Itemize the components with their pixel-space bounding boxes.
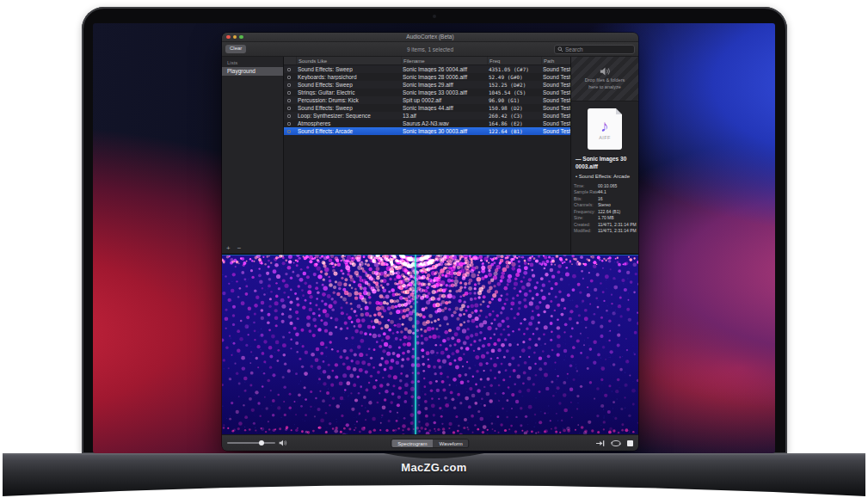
desktop-wallpaper: AudioCortex (Beta) Clear 9 items, 1 sele… [93,23,775,453]
selected-file-tag: • Sound Effects: Arcade [576,174,634,179]
loop-icon[interactable] [610,439,622,447]
cell-freq: 260.42 (C3) [487,113,541,119]
column-checkbox[interactable] [284,57,296,65]
table-row[interactable]: Strings: Guitar: Electric Sonic Images 3… [284,89,570,96]
cell-freq: 52.49 (G#0) [487,74,541,80]
table-row[interactable]: Atmospheres Saurus A2-N3.wav 164.86 (E2)… [284,120,570,127]
meta-label: Size: [574,215,598,220]
meta-label: Channels: [574,202,598,207]
meta-value: Stereo [598,202,637,207]
results-table: Sounds Like Filename Freq Path Sound Eff… [284,57,570,254]
row-checkbox[interactable] [287,99,291,102]
cell-path: Sound Test - [541,82,570,88]
row-checkbox[interactable] [287,76,291,79]
volume-slider[interactable] [227,442,275,444]
table-header: Sounds Like Filename Freq Path [284,57,570,65]
cell-sounds-like: Loop: Synthesizer: Sequence [296,113,401,119]
remove-list-button[interactable]: − [237,245,242,252]
minimize-button[interactable] [233,35,237,40]
meta-value: 16 [598,196,637,201]
row-checkbox[interactable] [287,91,291,95]
inspector-panel: Drop files & folders here to analyze ♪ A… [570,57,638,254]
metadata-list: Time: 00:10.065 Sample Rate: 44.1 Bits: … [574,183,636,234]
cell-path: Sound Test - [541,97,570,103]
window-titlebar[interactable]: AudioCortex (Beta) [222,33,638,42]
cell-path: Sound Test - [541,74,570,80]
dropzone-text: Drop files & folders here to analyze [585,77,625,90]
row-checkbox[interactable] [287,130,291,133]
cell-path: Sound Test - [541,120,570,126]
cell-path: Sound Test - [541,128,570,134]
search-field[interactable] [554,45,635,54]
sidebar-header: Lists [222,57,283,67]
meta-label: Frequency: [574,209,598,214]
table-row[interactable]: Sound Effects: Sweep Sonic Images 26 000… [284,65,570,73]
zoom-button[interactable] [239,35,243,40]
table-row[interactable]: Keyboards: harpsichord Sonic Images 28 0… [284,73,570,81]
row-checkbox[interactable] [287,107,291,110]
aiff-file-icon: ♪ AIFF [588,108,622,150]
cell-sounds-like: Percussion: Drums: Kick [296,97,401,103]
dropzone[interactable]: Drop files & folders here to analyze [571,57,638,101]
cell-path: Sound Test - [541,89,570,95]
close-button[interactable] [226,35,231,40]
cell-sounds-like: Sound Effects: Sweep [296,82,401,88]
meta-value: 44.1 [598,189,637,194]
cell-sounds-like: Strings: Guitar: Electric [296,89,401,95]
laptop-lid: AudioCortex (Beta) Clear 9 items, 1 sele… [82,7,787,454]
table-row[interactable]: Percussion: Drums: Kick Spit up 0002.aif… [284,96,570,104]
meta-value: 122.64 (B1) [598,209,637,214]
cell-path: Sound Test - [541,113,570,119]
row-checkbox[interactable] [287,114,291,118]
window-toolbar: Clear 9 items, 1 selected [222,42,638,57]
player-bar: Spectrogram Waveform [222,434,638,451]
volume-icon [279,439,287,446]
volume-control[interactable] [227,439,287,446]
meta-label: Modified: [574,228,598,233]
spectrogram-canvas[interactable] [222,255,638,435]
cell-filename: Sonic Images 33 0003.aiff [401,89,487,95]
meta-value: 11/4/71, 2:31:14 PM [598,222,637,227]
stop-button[interactable] [627,440,633,446]
cell-filename: Sonic Images 26 0004.aiff [401,66,487,72]
webcam-icon [433,15,436,18]
table-row[interactable]: Loop: Synthesizer: Sequence 13.aif 260.4… [284,112,570,120]
table-row-selected[interactable]: Sound Effects: Arcade Sonic Images 30 00… [284,127,570,135]
table-row[interactable]: Sound Effects: Sweep Sonic Images 44.aif… [284,104,570,112]
app-window: AudioCortex (Beta) Clear 9 items, 1 sele… [222,33,638,451]
clear-button[interactable]: Clear [225,45,246,53]
cell-sounds-like: Sound Effects: Sweep [296,105,401,111]
meta-value: 00:10.065 [598,183,637,188]
cell-filename: 13.aif [401,113,487,119]
volume-thumb[interactable] [259,440,264,446]
cell-sounds-like: Keyboards: harpsichord [296,74,401,80]
meta-label: Bits: [574,196,598,201]
transport-controls [595,439,633,447]
cell-filename: Sonic Images 28 0006.aiff [401,74,487,80]
meta-label: Sample Rate: [574,189,598,194]
tab-waveform[interactable]: Waveform [434,439,469,447]
column-path[interactable]: Path [541,57,570,65]
table-row[interactable]: Sound Effects: Sweep Sonic Images 29.aif… [284,81,570,89]
cell-sounds-like: Atmospheres [296,120,401,126]
cell-freq: 164.86 (E2) [487,120,541,126]
cell-sounds-like: Sound Effects: Arcade [296,128,401,134]
add-list-button[interactable]: + [226,245,231,252]
tab-spectrogram[interactable]: Spectrogram [391,439,433,447]
skip-end-icon[interactable] [595,439,605,447]
cell-freq: 1045.54 (C5) [487,89,541,95]
sidebar-item-playground[interactable]: Playground [222,67,283,76]
cell-freq: 4351.05 (C#7) [487,66,541,72]
cell-filename: Sonic Images 29.aiff [401,82,487,88]
cell-path: Sound Test - [541,105,570,111]
column-filename[interactable]: Filename [401,57,487,65]
meta-label: Created: [574,222,598,227]
row-checkbox[interactable] [287,68,291,71]
column-freq[interactable]: Freq [487,57,541,65]
column-sounds-like[interactable]: Sounds Like [296,57,401,65]
watermark: MacZG.com [0,461,868,474]
row-checkbox[interactable] [287,122,291,126]
search-input[interactable] [565,46,631,52]
row-checkbox[interactable] [287,83,291,87]
view-switcher: Spectrogram Waveform [391,439,469,448]
